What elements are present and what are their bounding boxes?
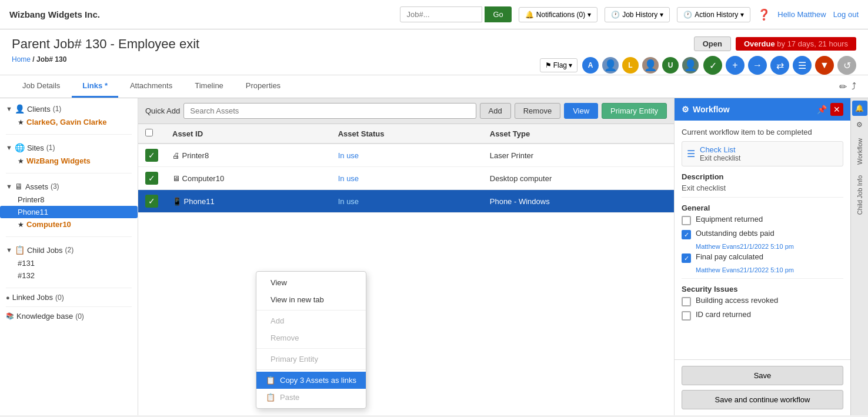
linked-jobs-toggle-icon: ● [6,294,10,301]
col-checkbox [138,124,165,144]
sidebar-item-clients[interactable]: ▼ 👤 Clients (1) [0,102,138,116]
tab-attachments[interactable]: Attachments [119,75,183,98]
final-pay-checkbox[interactable]: ✓ [682,253,691,263]
workflow-icon: ⚙ [682,105,689,114]
content-toolbar: Quick Add Add Remove View Primary Entity [138,98,674,124]
logout-link[interactable]: Log out [833,10,859,19]
tab-job-details[interactable]: Job Details [12,75,71,98]
tab-properties[interactable]: Properties [235,75,291,98]
add-action-button[interactable]: + [726,56,745,75]
tab-links[interactable]: Links * [72,75,118,98]
sidebar-clients-section: ▼ 👤 Clients (1) ★ ClarkeG, Gavin Clarke [0,98,138,132]
export-icon-btn[interactable]: ⤴ [852,81,856,92]
list-action-button[interactable]: ☰ [793,56,812,75]
sidebar-asset-printer8[interactable]: Printer8 [0,194,138,206]
workflow-body: Current workflow item to be completed ☰ … [675,121,850,359]
sidebar-item-linked-jobs[interactable]: ● Linked Jobs (0) [0,291,138,304]
remove-button[interactable]: Remove [515,103,560,119]
sidebar-child-job-132[interactable]: #132 [0,269,138,282]
primary-entity-button[interactable]: Primary Entity [602,103,667,119]
swap-action-button[interactable]: ⇄ [770,56,789,75]
workflow-save-continue-button[interactable]: Save and continue workflow [682,390,843,409]
forward-action-button[interactable]: → [748,56,767,75]
search-assets-input[interactable] [183,103,476,119]
table-row[interactable]: ✓ 🖥 Computer10 In use Desktop computer [138,167,674,190]
right-tab-settings[interactable]: ⚙ [852,117,867,132]
sidebar-asset-computer10[interactable]: ★ Computer10 [0,218,138,231]
equipment-checkbox[interactable] [682,216,691,225]
revert-action-button[interactable]: ↺ [837,56,856,75]
avatar-photo-1: 👤 [601,56,620,75]
action-history-button[interactable]: 🕐 Action History ▾ [677,7,750,22]
child-jobs-label: Child Jobs [27,246,63,255]
kb-count: (0) [75,312,84,321]
view-button[interactable]: View [564,103,598,119]
clients-toggle-icon: ▼ [6,105,12,112]
flag-button[interactable]: ⚑ Flag ▾ [540,58,577,72]
workflow-checklist-item[interactable]: ☰ Check List Exit checklist [682,141,843,166]
job-history-button[interactable]: 🕐 Job History ▾ [605,7,670,22]
right-tab-alerts[interactable]: 🔔 [852,101,867,116]
quick-add-label: Quick Add [145,106,180,115]
workflow-save-button[interactable]: Save [682,366,843,385]
sidebar-item-assets[interactable]: ▼ 🖥 Assets (3) [0,179,138,194]
hello-user-link[interactable]: Hello Matthew [777,10,826,19]
idcard-checkbox[interactable] [682,311,691,321]
flag-icon: ⚑ [545,61,552,69]
col-asset-status: Asset Status [331,124,483,144]
sidebar-item-sites[interactable]: ▼ 🌐 Sites (1) [0,141,138,155]
select-all-checkbox[interactable] [145,129,153,136]
ctx-divider-3 [256,369,366,370]
action-history-icon: 🕐 [683,11,692,19]
job-search-input[interactable] [400,6,482,22]
edit-icon-btn[interactable]: ✏ [839,81,847,92]
bell-icon: 🔔 [525,11,534,19]
avatar-photo-3: 👤 [681,56,700,75]
building-access-checkbox[interactable] [682,297,691,306]
table-row-selected[interactable]: ✓ 📱 Phone11 In use Phone - Windows [138,190,674,213]
add-button[interactable]: Add [480,103,511,119]
tab-action-icons: ✏ ⤴ [839,75,856,98]
wf-checkbox-debts: ✓ Outstanding debts paid [682,229,843,239]
workflow-close-button[interactable]: ✕ [830,103,843,116]
right-tabs: 🔔 ⚙ Workflow Child Job Info [850,98,868,415]
tab-timeline[interactable]: Timeline [184,75,234,98]
breadcrumb-home[interactable]: Home [12,55,31,64]
asset-computer10-label: Computer10 [26,220,71,229]
go-button[interactable]: Go [485,6,511,22]
sidebar-asset-phone11[interactable]: Phone11 [0,206,138,218]
status-open-badge: Open [694,36,731,51]
sites-label: Sites [27,144,44,152]
ctx-divider-2 [256,348,366,349]
asset-status-phone11: In use [331,190,483,213]
debts-checkbox[interactable]: ✓ [682,230,691,239]
table-row[interactable]: ✓ 🖨 Printer8 In use Laser Printer [138,144,674,167]
ctx-item-copy-assets[interactable]: 📋 Copy 3 Assets as links [256,372,366,389]
workflow-footer: Save Save and continue workflow [675,359,850,415]
right-tab-child-job-info[interactable]: Child Job Info [854,171,866,219]
down-action-button[interactable]: ▼ [815,56,834,75]
client-name-label: ClarkeG, Gavin Clarke [26,118,107,126]
sidebar-child-job-131[interactable]: #131 [0,257,138,269]
wf-checkbox-idcard: ID card returned [682,310,843,321]
ctx-item-view-new-tab[interactable]: View in new tab [256,291,366,308]
check-action-button[interactable]: ✓ [703,56,722,75]
right-tab-workflow[interactable]: Workflow [854,134,866,169]
notifications-button[interactable]: 🔔 Notifications (0) ▾ [519,7,597,22]
col-asset-id: Asset ID [165,124,331,144]
sites-icon: 🌐 [15,143,25,152]
assets-toggle-icon: ▼ [6,183,12,190]
checklist-sub: Exit checklist [700,154,740,162]
workflow-pin-button[interactable]: 📌 [817,105,827,114]
ctx-item-view[interactable]: View [256,274,366,291]
workflow-description-value: Exit checklist [682,184,843,192]
col-asset-type: Asset Type [483,124,674,144]
sidebar-client-clarkeg[interactable]: ★ ClarkeG, Gavin Clarke [0,116,138,128]
sidebar-site-wizbang[interactable]: ★ WizBang Widgets [0,155,138,167]
help-icon[interactable]: ❓ [757,8,770,21]
asset-status-computer10: In use [331,167,483,190]
sidebar-child-jobs-section: ▼ 📋 Child Jobs (2) #131 #132 [0,239,138,285]
avatar-l: L [621,56,640,75]
sidebar-item-child-jobs[interactable]: ▼ 📋 Child Jobs (2) [0,243,138,257]
sidebar-item-knowledge-base[interactable]: 📚 Knowledge base (0) [0,309,138,323]
